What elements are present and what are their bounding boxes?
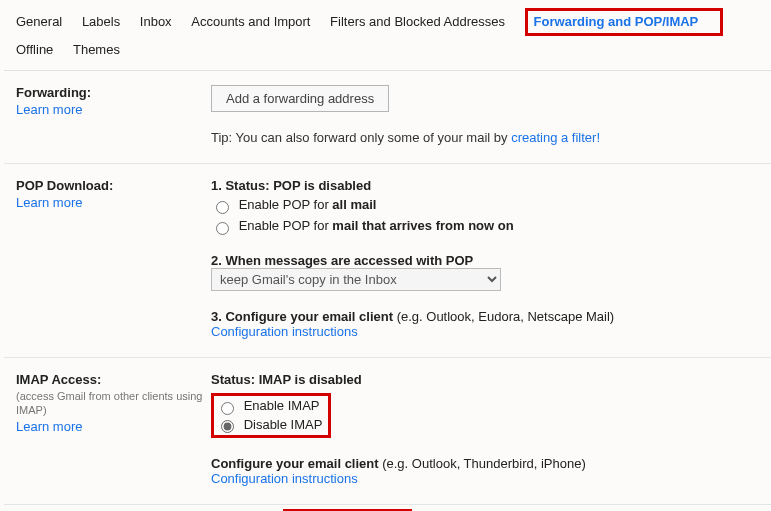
imap-enable-label: Enable IMAP bbox=[244, 398, 320, 413]
pop-download-section: POP Download: Learn more 1. Status: POP … bbox=[4, 164, 771, 358]
imap-access-title: IMAP Access: bbox=[16, 372, 211, 387]
pop-enable-now-radio[interactable] bbox=[216, 222, 229, 235]
imap-config-instructions-link[interactable]: Configuration instructions bbox=[211, 471, 358, 486]
tab-general[interactable]: General bbox=[16, 8, 62, 36]
tab-offline[interactable]: Offline bbox=[16, 36, 53, 64]
pop-status-label: 1. Status: bbox=[211, 178, 273, 193]
tab-forwarding-pop-imap[interactable]: Forwarding and POP/IMAP bbox=[534, 11, 699, 33]
tab-labels[interactable]: Labels bbox=[82, 8, 120, 36]
pop-enable-all-prefix: Enable POP for bbox=[239, 197, 333, 212]
pop-enable-all-radio[interactable] bbox=[216, 201, 229, 214]
imap-status-value: IMAP is disabled bbox=[259, 372, 362, 387]
pop-step2-label: 2. When messages are accessed with POP bbox=[211, 253, 473, 268]
pop-download-title: POP Download: bbox=[16, 178, 211, 193]
imap-disable-label: Disable IMAP bbox=[244, 417, 323, 432]
pop-enable-all-bold: all mail bbox=[332, 197, 376, 212]
pop-config-instructions-link[interactable]: Configuration instructions bbox=[211, 324, 358, 339]
settings-footer: Save Changes Cancel bbox=[4, 505, 771, 511]
pop-status-value: POP is disabled bbox=[273, 178, 371, 193]
imap-enable-row: Enable IMAP bbox=[216, 398, 322, 415]
pop-step2: 2. When messages are accessed with POP k… bbox=[211, 253, 759, 291]
imap-learn-more-link[interactable]: Learn more bbox=[16, 419, 82, 434]
imap-options-highlight: Enable IMAP Disable IMAP bbox=[211, 393, 331, 439]
pop-enable-now-bold: mail that arrives from now on bbox=[332, 218, 513, 233]
forwarding-tip: Tip: You can also forward only some of y… bbox=[211, 130, 759, 145]
tab-themes[interactable]: Themes bbox=[73, 36, 120, 64]
tab-accounts-import[interactable]: Accounts and Import bbox=[191, 8, 310, 36]
pop-step3-eg: (e.g. Outlook, Eudora, Netscape Mail) bbox=[397, 309, 615, 324]
imap-access-section: IMAP Access: (access Gmail from other cl… bbox=[4, 358, 771, 506]
imap-config-eg: (e.g. Outlook, Thunderbird, iPhone) bbox=[382, 456, 586, 471]
settings-tabs: General Labels Inbox Accounts and Import… bbox=[4, 0, 771, 64]
imap-config-block: Configure your email client (e.g. Outloo… bbox=[211, 456, 759, 486]
tab-filters-blocked[interactable]: Filters and Blocked Addresses bbox=[330, 8, 505, 36]
pop-step1: 1. Status: POP is disabled Enable POP fo… bbox=[211, 178, 759, 235]
add-forwarding-address-button[interactable]: Add a forwarding address bbox=[211, 85, 389, 112]
pop-step3-prefix: 3. Configure your email client bbox=[211, 309, 397, 324]
pop-option-now-row: Enable POP for mail that arrives from no… bbox=[211, 218, 759, 235]
create-filter-link[interactable]: creating a filter! bbox=[511, 130, 600, 145]
imap-config-prefix: Configure your email client bbox=[211, 456, 382, 471]
imap-enable-radio[interactable] bbox=[221, 402, 234, 415]
tab-inbox[interactable]: Inbox bbox=[140, 8, 172, 36]
imap-status-label: Status: bbox=[211, 372, 259, 387]
forwarding-tip-text: Tip: You can also forward only some of y… bbox=[211, 130, 511, 145]
pop-step3: 3. Configure your email client (e.g. Out… bbox=[211, 309, 759, 339]
imap-access-subtitle: (access Gmail from other clients using I… bbox=[16, 389, 211, 417]
pop-enable-now-prefix: Enable POP for bbox=[239, 218, 333, 233]
imap-disable-radio[interactable] bbox=[221, 420, 234, 433]
forwarding-section: Forwarding: Learn more Add a forwarding … bbox=[4, 71, 771, 164]
imap-disable-row: Disable IMAP bbox=[216, 417, 322, 434]
pop-option-all-row: Enable POP for all mail bbox=[211, 197, 759, 214]
tab-forwarding-highlight: Forwarding and POP/IMAP bbox=[525, 8, 724, 36]
pop-learn-more-link[interactable]: Learn more bbox=[16, 195, 82, 210]
pop-access-action-select[interactable]: keep Gmail's copy in the Inbox bbox=[211, 268, 501, 291]
forwarding-title: Forwarding: bbox=[16, 85, 211, 100]
forwarding-learn-more-link[interactable]: Learn more bbox=[16, 102, 82, 117]
